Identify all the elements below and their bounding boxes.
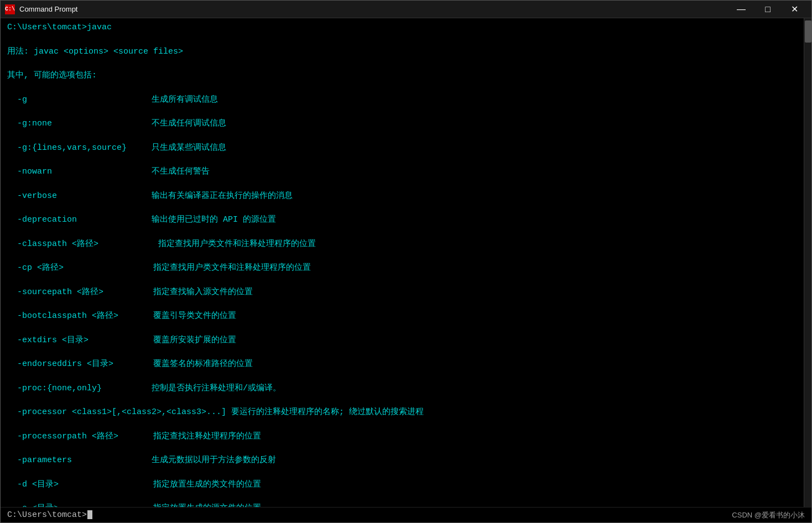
terminal-line: -endorseddirs <目录> 覆盖签名的标准路径的位置 bbox=[7, 358, 797, 370]
terminal-line: -nowarn 不生成任何警告 bbox=[7, 166, 797, 178]
cursor bbox=[87, 510, 92, 519]
terminal-line: -cp <路径> 指定查找用户类文件和注释处理程序的位置 bbox=[7, 262, 797, 274]
prompt-line: C:\Users\tomcat>javac bbox=[7, 22, 797, 34]
terminal-line: -processor <class1>[,<class2>,<class3>..… bbox=[7, 406, 797, 419]
window: C:\ Command Prompt — □ ✕ C:\Users\tomcat… bbox=[0, 0, 812, 523]
terminal-line: -proc:{none,only} 控制是否执行注释处理和/或编译。 bbox=[7, 383, 797, 395]
scrollbar-thumb[interactable] bbox=[805, 20, 811, 43]
terminal-line: -verbose 输出有关编译器正在执行的操作的消息 bbox=[7, 190, 797, 202]
footer-bar: C:\Users\tomcat> CSDN @爱看书的小沐 bbox=[1, 507, 811, 522]
terminal-line: -sourcepath <路径> 指定查找输入源文件的位置 bbox=[7, 286, 797, 299]
terminal-line: -g 生成所有调试信息 bbox=[7, 94, 797, 106]
terminal-line: -g:{lines,vars,source} 只生成某些调试信息 bbox=[7, 142, 797, 154]
terminal-line: -g:none 不生成任何调试信息 bbox=[7, 118, 797, 130]
terminal-line: -deprecation 输出使用已过时的 API 的源位置 bbox=[7, 214, 797, 226]
scrollbar[interactable] bbox=[804, 18, 811, 507]
watermark: CSDN @爱看书的小沐 bbox=[732, 510, 805, 520]
terminal-line: 其中, 可能的选项包括: bbox=[7, 70, 797, 82]
terminal-output[interactable]: C:\Users\tomcat>javac 用法: javac <options… bbox=[1, 18, 804, 507]
app-icon-label: C:\ bbox=[5, 6, 15, 12]
minimize-button[interactable]: — bbox=[728, 1, 754, 18]
window-controls: — □ ✕ bbox=[728, 1, 807, 18]
terminal-line: -bootclasspath <路径> 覆盖引导类文件的位置 bbox=[7, 310, 797, 322]
window-title: Command Prompt bbox=[19, 5, 728, 13]
terminal-line: -parameters 生成元数据以用于方法参数的反射 bbox=[7, 454, 797, 467]
app-icon: C:\ bbox=[5, 4, 15, 14]
terminal-line: -processorpath <路径> 指定查找注释处理程序的位置 bbox=[7, 431, 797, 443]
close-button[interactable]: ✕ bbox=[782, 1, 807, 18]
footer-prompt: C:\Users\tomcat> bbox=[7, 510, 732, 520]
terminal-line: 用法: javac <options> <source files> bbox=[7, 46, 797, 58]
maximize-button[interactable]: □ bbox=[755, 1, 780, 18]
terminal-line: -s <目录> 指定放置生成的源文件的位置 bbox=[7, 503, 797, 507]
titlebar: C:\ Command Prompt — □ ✕ bbox=[1, 1, 811, 18]
footer-prompt-text: C:\Users\tomcat> bbox=[7, 510, 87, 520]
terminal-line: -d <目录> 指定放置生成的类文件的位置 bbox=[7, 479, 797, 491]
terminal-line: -classpath <路径> 指定查找用户类文件和注释处理程序的位置 bbox=[7, 238, 797, 250]
terminal-line: -extdirs <目录> 覆盖所安装扩展的位置 bbox=[7, 334, 797, 347]
content-area: C:\Users\tomcat>javac 用法: javac <options… bbox=[1, 18, 811, 507]
